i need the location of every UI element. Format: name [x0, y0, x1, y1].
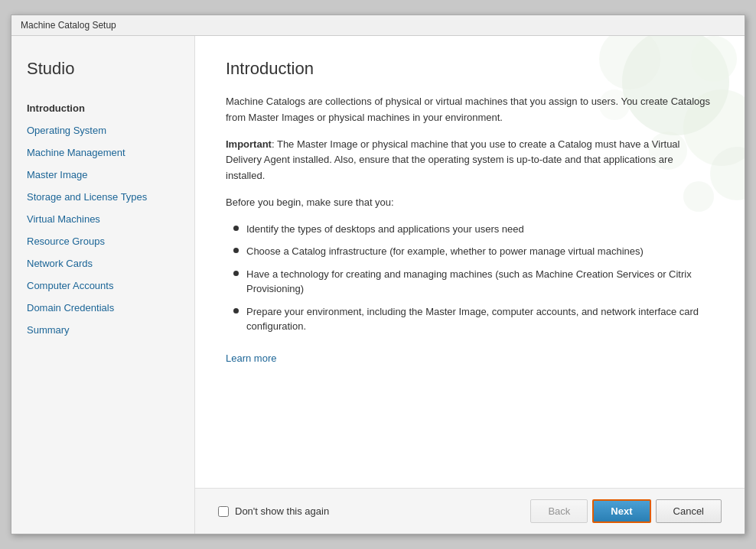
intro-paragraph-2: Important: The Master Image or physical … — [226, 137, 714, 184]
main-content: Introduction Machine Catalogs are collec… — [195, 36, 745, 534]
back-button[interactable]: Back — [530, 499, 588, 523]
dont-show-area: Don't show this again — [218, 505, 329, 517]
sidebar-item-operating-system[interactable]: Operating System — [11, 119, 194, 141]
sidebar-item-computer-accounts[interactable]: Computer Accounts — [11, 274, 194, 297]
title-bar: Machine Catalog Setup — [11, 15, 745, 36]
sidebar-item-machine-management[interactable]: Machine Management — [11, 141, 194, 164]
bullet-icon — [233, 226, 239, 231]
sidebar-item-domain-credentials[interactable]: Domain Credentials — [11, 297, 194, 319]
important-text: : The Master Image or physical machine t… — [226, 138, 679, 182]
main-scroll-area: Introduction Machine Catalogs are collec… — [195, 36, 745, 488]
sidebar-item-network-cards[interactable]: Network Cards — [11, 252, 194, 274]
dont-show-checkbox[interactable] — [218, 506, 229, 517]
bullet-icon — [233, 248, 239, 253]
bullet-icon — [233, 308, 239, 313]
list-item: Have a technology for creating and manag… — [233, 267, 714, 297]
checklist: Identify the types of desktops and appli… — [233, 222, 714, 334]
list-item: Identify the types of desktops and appli… — [233, 222, 714, 237]
checklist-intro: Before you begin, make sure that you: — [226, 195, 714, 211]
sidebar-item-master-image[interactable]: Master Image — [11, 164, 194, 186]
bullet-icon — [233, 271, 239, 276]
sidebar-item-introduction[interactable]: Introduction — [11, 97, 194, 119]
sidebar: Studio IntroductionOperating SystemMachi… — [11, 36, 195, 534]
list-item-text: Identify the types of desktops and appli… — [246, 222, 524, 237]
sidebar-item-virtual-machines[interactable]: Virtual Machines — [11, 208, 194, 230]
page-title: Introduction — [226, 59, 714, 79]
content-area: Studio IntroductionOperating SystemMachi… — [11, 36, 745, 534]
sidebar-heading: Studio — [11, 59, 194, 97]
list-item-text: Choose a Catalog infrastructure (for exa… — [246, 244, 644, 259]
learn-more-link[interactable]: Learn more — [226, 352, 276, 364]
sidebar-nav: IntroductionOperating SystemMachine Mana… — [11, 97, 194, 341]
cancel-button[interactable]: Cancel — [656, 499, 722, 523]
main-window: Machine Catalog Setup Studio Introductio… — [11, 15, 745, 534]
sidebar-item-storage-license[interactable]: Storage and License Types — [11, 186, 194, 208]
important-label: Important — [226, 138, 272, 150]
intro-paragraph-1: Machine Catalogs are collections of phys… — [226, 94, 714, 126]
window-title: Machine Catalog Setup — [21, 20, 116, 31]
footer: Don't show this again Back Next Cancel — [195, 488, 745, 534]
dont-show-label[interactable]: Don't show this again — [235, 505, 329, 517]
list-item: Choose a Catalog infrastructure (for exa… — [233, 244, 714, 259]
list-item: Prepare your environment, including the … — [233, 304, 714, 334]
list-item-text: Have a technology for creating and manag… — [246, 267, 714, 297]
next-button[interactable]: Next — [592, 499, 650, 523]
button-group: Back Next Cancel — [530, 499, 722, 523]
list-item-text: Prepare your environment, including the … — [246, 304, 714, 334]
sidebar-item-summary[interactable]: Summary — [11, 319, 194, 341]
sidebar-item-resource-groups[interactable]: Resource Groups — [11, 230, 194, 252]
